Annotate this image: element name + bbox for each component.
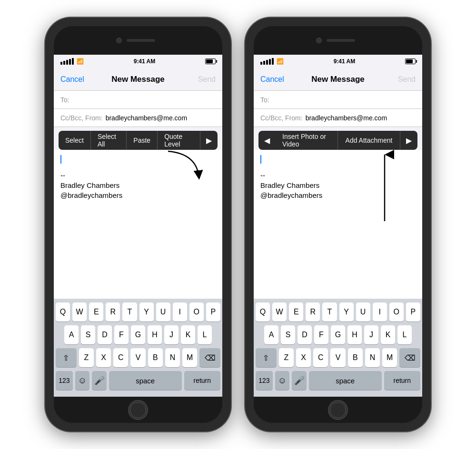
key-backspace-2[interactable]: ⌫ — [399, 348, 420, 367]
key-return-2[interactable]: return — [384, 371, 420, 390]
content-area-2[interactable]: --Bradley Chambers@bradleychambers — [254, 150, 422, 299]
key-g-1[interactable]: G — [131, 325, 145, 344]
key-r-2[interactable]: R — [306, 303, 320, 322]
key-backspace-1[interactable]: ⌫ — [199, 348, 220, 367]
key-s-1[interactable]: S — [81, 325, 95, 344]
key-v-1[interactable]: V — [130, 348, 145, 367]
key-i-1[interactable]: I — [173, 303, 187, 322]
key-mic-2[interactable]: 🎤 — [292, 371, 307, 390]
popup-next-arrow-2[interactable]: ▶ — [400, 131, 417, 150]
key-h-2[interactable]: H — [347, 325, 362, 344]
popup-insert-photo-2[interactable]: Insert Photo or Video — [276, 131, 338, 150]
key-k-1[interactable]: K — [181, 325, 195, 344]
key-j-2[interactable]: J — [364, 325, 378, 344]
key-return-1[interactable]: return — [184, 371, 220, 390]
arrow-annotation-2 — [375, 150, 394, 226]
popup-select-1[interactable]: Select — [59, 131, 91, 150]
key-i-2[interactable]: I — [373, 303, 387, 322]
home-button-ring-2 — [330, 402, 346, 418]
key-numbers-2[interactable]: 123 — [256, 371, 273, 390]
key-c-1[interactable]: C — [113, 348, 128, 367]
key-u-2[interactable]: U — [356, 303, 370, 322]
to-field-2[interactable]: To: — [254, 91, 422, 109]
nav-bar-2: Cancel New Message Send — [254, 68, 422, 91]
send-button-1[interactable]: Send — [198, 75, 216, 84]
key-e-1[interactable]: E — [89, 303, 103, 322]
key-j-1[interactable]: J — [164, 325, 178, 344]
key-x-1[interactable]: X — [96, 348, 111, 367]
key-space-2[interactable]: space — [309, 371, 382, 390]
key-l-2[interactable]: L — [397, 325, 412, 344]
key-shift-1[interactable]: ⇧ — [56, 348, 77, 367]
key-mic-1[interactable]: 🎤 — [92, 371, 107, 390]
status-time-2: 9:41 AM — [334, 58, 356, 65]
key-t-1[interactable]: T — [122, 303, 137, 322]
popup-quote-level-1[interactable]: Quote Level — [158, 131, 200, 150]
key-h-1[interactable]: H — [148, 325, 162, 344]
wifi-icon-2: 📶 — [277, 58, 284, 65]
key-a-1[interactable]: A — [64, 325, 79, 344]
key-b-2[interactable]: B — [348, 348, 363, 367]
key-o-2[interactable]: O — [389, 303, 404, 322]
popup-add-attachment-2[interactable]: Add Attachment — [338, 131, 400, 150]
cc-field-1[interactable]: Cc/Bcc, From: bradleychambers@me.com — [54, 109, 222, 127]
key-c-2[interactable]: C — [313, 348, 328, 367]
key-a-2[interactable]: A — [264, 325, 278, 344]
key-space-1[interactable]: space — [109, 371, 182, 390]
key-y-2[interactable]: Y — [339, 303, 354, 322]
key-q-1[interactable]: Q — [56, 303, 70, 322]
key-o-1[interactable]: O — [189, 303, 204, 322]
keyboard-row1-1: Q W E R T Y U I O P — [56, 303, 220, 322]
key-q-2[interactable]: Q — [256, 303, 270, 322]
key-e-2[interactable]: E — [289, 303, 303, 322]
status-bar-1: 📶 9:41 AM — [54, 55, 222, 68]
popup-prev-arrow-2[interactable]: ◀ — [258, 131, 276, 150]
key-z-2[interactable]: Z — [279, 348, 294, 367]
key-r-1[interactable]: R — [106, 303, 120, 322]
key-s-2[interactable]: S — [281, 325, 295, 344]
key-f-2[interactable]: F — [314, 325, 328, 344]
key-z-1[interactable]: Z — [79, 348, 94, 367]
key-n-1[interactable]: N — [165, 348, 180, 367]
key-m-2[interactable]: M — [382, 348, 397, 367]
send-button-2[interactable]: Send — [398, 75, 416, 84]
key-b-1[interactable]: B — [148, 348, 163, 367]
key-n-2[interactable]: N — [365, 348, 380, 367]
key-p-1[interactable]: P — [206, 303, 220, 322]
popup-next-arrow-1[interactable]: ▶ — [200, 131, 218, 150]
key-y-1[interactable]: Y — [139, 303, 154, 322]
cursor-2 — [260, 155, 261, 164]
home-button-1[interactable] — [128, 400, 148, 420]
cancel-button-2[interactable]: Cancel — [260, 75, 284, 84]
key-g-2[interactable]: G — [331, 325, 345, 344]
key-emoji-1[interactable]: ☺ — [75, 371, 90, 390]
key-w-1[interactable]: W — [72, 303, 87, 322]
arrow-annotation-1 — [149, 149, 206, 187]
cc-field-2[interactable]: Cc/Bcc, From: bradleychambers@me.com — [254, 109, 422, 127]
key-l-1[interactable]: L — [198, 325, 212, 344]
key-k-2[interactable]: K — [381, 325, 395, 344]
cancel-button-1[interactable]: Cancel — [60, 75, 84, 84]
nav-title-1: New Message — [111, 75, 165, 84]
key-emoji-2[interactable]: ☺ — [275, 371, 290, 390]
key-m-1[interactable]: M — [182, 348, 197, 367]
key-numbers-1[interactable]: 123 — [56, 371, 73, 390]
status-time-1: 9:41 AM — [134, 58, 156, 65]
battery-icon-1 — [205, 59, 216, 64]
key-d-1[interactable]: D — [98, 325, 112, 344]
home-button-2[interactable] — [328, 400, 348, 420]
key-v-2[interactable]: V — [330, 348, 345, 367]
key-d-2[interactable]: D — [298, 325, 312, 344]
key-u-1[interactable]: U — [156, 303, 170, 322]
key-t-2[interactable]: T — [322, 303, 337, 322]
key-x-2[interactable]: X — [296, 348, 311, 367]
key-shift-2[interactable]: ⇧ — [256, 348, 277, 367]
key-f-1[interactable]: F — [114, 325, 129, 344]
keyboard-row3-2: ⇧ Z X C V B N M ⌫ — [256, 348, 420, 367]
popup-select-all-1[interactable]: Select All — [91, 131, 127, 150]
to-field-1[interactable]: To: — [54, 91, 222, 109]
popup-paste-1[interactable]: Paste — [127, 131, 158, 150]
key-p-2[interactable]: P — [406, 303, 420, 322]
key-w-2[interactable]: W — [272, 303, 287, 322]
top-bezel-2 — [254, 26, 422, 55]
